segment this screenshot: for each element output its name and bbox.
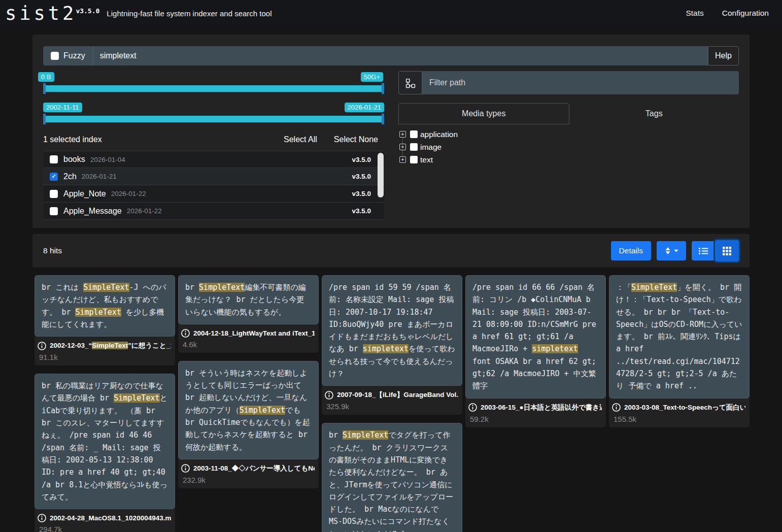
result-card[interactable]: br これは SimpleText-J へのパッチなんだけど、私もおすすめです。… — [35, 275, 175, 365]
result-card[interactable]: br そういう時はネスケを起動しようとしても同じエラーばっか出て br 起動しな… — [178, 361, 319, 488]
index-name: books — [63, 155, 85, 164]
result-content-preview[interactable]: br SimpleTextでタグを打って作ったんだ。 br クラリスワークスの書… — [322, 423, 462, 532]
fuzzy-toggle[interactable]: Fuzzy — [43, 46, 93, 65]
results-column: /pre span id 66 66 /span 名前: コリン /b ◆Col… — [465, 275, 606, 427]
result-card[interactable]: br SimpleText編集不可書類の編集だっけな？ br だとしたら今更いら… — [178, 275, 319, 353]
media-type-checkbox[interactable] — [410, 130, 418, 138]
index-list-scrollbar[interactable] — [378, 152, 384, 218]
app-logo[interactable]: sist2v3.5.0 — [5, 4, 100, 23]
result-card[interactable]: br 私の職業はリア厨なので仕事なんて最悪の場合 br SimpleTextとi… — [35, 374, 175, 532]
text-segment: 2004-12-18_LightWayText and iText_110333… — [193, 329, 315, 337]
result-size: 59.2k — [465, 413, 606, 427]
result-content-preview[interactable]: br そういう時はネスケを起動しようとしても同じエラーばっか出て br 起動しな… — [178, 361, 319, 459]
info-icon[interactable] — [38, 514, 46, 522]
index-row[interactable]: Apple_Note 2026-01-22 v3.5.0 — [43, 185, 384, 203]
size-slider-left-handle[interactable] — [43, 83, 46, 94]
help-button[interactable]: Help — [708, 46, 739, 65]
list-view-button[interactable] — [692, 241, 715, 260]
result-content-preview[interactable]: /pre span id 59 59 /span 名前: 名称未設定 Mail:… — [322, 275, 462, 386]
text-segment: 2002-12-03_“ — [50, 342, 92, 349]
result-filename[interactable]: 2003-11-08_◆◇パンサー導入してもNetscap... — [193, 464, 315, 473]
info-icon[interactable] — [612, 403, 621, 412]
result-filename[interactable]: 2003-03-08_Text-to-Speechって面白いです... — [624, 403, 745, 412]
grid-view-button[interactable] — [715, 240, 739, 261]
date-slider-left-handle[interactable] — [43, 114, 46, 124]
highlighted-term: SimpleText — [199, 283, 245, 292]
details-button[interactable]: Details — [611, 241, 651, 260]
nav-link-stats[interactable]: Stats — [686, 9, 703, 18]
text-segment: 」を開く。 br 開け！：「Text-to-Speech」で歌わせる。 br b… — [616, 283, 742, 390]
info-icon[interactable] — [468, 403, 477, 412]
index-checkbox[interactable] — [50, 207, 58, 215]
result-content-preview[interactable]: /pre span id 66 66 /span 名前: コリン /b ◆Col… — [465, 275, 606, 398]
media-type-label[interactable]: application — [420, 130, 458, 139]
media-type-checkbox[interactable] — [410, 143, 418, 151]
date-range-slider[interactable] — [43, 116, 384, 122]
result-card[interactable]: br SimpleTextでタグを打って作ったんだ。 br クラリスワークスの書… — [322, 423, 462, 532]
size-min-badge: 0 B — [38, 72, 54, 82]
result-card[interactable]: /pre span id 59 59 /span 名前: 名称未設定 Mail:… — [322, 275, 462, 415]
index-checkbox[interactable] — [50, 190, 58, 198]
media-type-checkbox[interactable] — [410, 156, 418, 163]
index-row[interactable]: Apple_Message 2026-01-22 v3.5.0 — [43, 203, 384, 220]
sort-button[interactable] — [657, 241, 686, 260]
result-title-row: 2003-03-08_Text-to-Speechって面白いです... — [609, 398, 750, 413]
result-filename[interactable]: 2004-12-18_LightWayText and iText_110333… — [193, 329, 315, 337]
results-column: /pre span id 59 59 /span 名前: 名称未設定 Mail:… — [322, 275, 462, 532]
path-tree-button[interactable] — [398, 71, 422, 94]
index-version: v3.5.0 — [352, 190, 371, 197]
index-row[interactable]: books 2026-01-04 v3.5.0 — [43, 151, 384, 168]
results-column: br これは SimpleText-J へのパッチなんだけど、私もおすすめです。… — [35, 275, 175, 532]
expand-plus-icon[interactable]: + — [399, 144, 406, 150]
fuzzy-checkbox[interactable] — [51, 52, 59, 60]
result-filename[interactable]: 2002-12-03_“SimpleText”に想うこと_10389... — [50, 341, 171, 350]
index-version: v3.5.0 — [352, 156, 371, 163]
result-filename[interactable]: 2002-04-28_MacOS8.1_1020004943.md — [50, 514, 171, 522]
scrollbar-thumb[interactable] — [378, 153, 384, 197]
index-date: 2026-01-21 — [82, 173, 117, 180]
media-type-row: + text — [399, 153, 739, 166]
index-row[interactable]: ✓ 2ch 2026-01-21 v3.5.0 — [43, 168, 384, 185]
result-content-preview[interactable]: br これは SimpleText-J へのパッチなんだけど、私もおすすめです。… — [35, 275, 175, 337]
select-all-button[interactable]: Select All — [284, 135, 317, 144]
result-card[interactable]: /pre span id 66 66 /span 名前: コリン /b ◆Col… — [465, 275, 606, 427]
media-type-label[interactable]: text — [420, 155, 433, 164]
info-icon[interactable] — [325, 391, 333, 400]
tab-tags[interactable]: Tags — [569, 103, 739, 124]
info-icon[interactable] — [38, 342, 46, 350]
text-segment: ”に想うこと_10389... — [128, 342, 171, 349]
nav-link-configuration[interactable]: Configuration — [722, 9, 769, 18]
expand-plus-icon[interactable]: + — [399, 156, 406, 163]
result-filename[interactable]: 2007-09-18_【iLife】GarageBand Vol.10 【... — [337, 390, 458, 400]
index-checkbox[interactable]: ✓ — [50, 173, 58, 181]
index-version: v3.5.0 — [352, 173, 371, 180]
size-range-slider[interactable] — [43, 85, 384, 92]
media-type-label[interactable]: image — [420, 143, 441, 152]
hits-count: 8 hits — [43, 246, 62, 255]
sort-arrows-icon — [664, 247, 671, 255]
highlighted-term: SimpleText — [343, 430, 388, 440]
result-card[interactable]: ：「SimpleText」を開く。 br 開け！：「Text-to-Speech… — [609, 275, 750, 427]
text-segment: 2007-09-18_【iLife】GarageBand Vol.10 【... — [337, 391, 458, 398]
results-column: br SimpleText編集不可書類の編集だっけな？ br だとしたら今更いら… — [178, 275, 319, 488]
media-type-row: + application — [399, 128, 739, 141]
result-content-preview[interactable]: br 私の職業はリア厨なので仕事なんて最悪の場合 br SimpleTextとi… — [35, 374, 175, 509]
filter-path-input[interactable] — [422, 71, 739, 94]
app-version: v3.5.0 — [76, 7, 99, 15]
select-none-button[interactable]: Select None — [334, 135, 378, 144]
info-icon[interactable] — [181, 329, 190, 338]
expand-plus-icon[interactable]: + — [399, 131, 406, 138]
result-filename[interactable]: 2003-06-15_●日本語と英語以外で書き込む... — [481, 403, 602, 412]
result-title-row: 2004-12-18_LightWayText and iText_110333… — [178, 324, 319, 339]
search-input[interactable] — [93, 46, 708, 65]
filter-tabs: Media types Tags — [398, 103, 739, 124]
result-content-preview[interactable]: ：「SimpleText」を開く。 br 開け！：「Text-to-Speech… — [609, 275, 750, 398]
date-slider-right-handle[interactable] — [382, 114, 384, 124]
tab-media-types[interactable]: Media types — [398, 103, 569, 124]
size-slider-right-handle[interactable] — [382, 83, 384, 94]
result-content-preview[interactable]: br SimpleText編集不可書類の編集だっけな？ br だとしたら今更いら… — [178, 275, 319, 324]
results-grid: br これは SimpleText-J へのパッチなんだけど、私もおすすめです。… — [35, 275, 750, 532]
index-checkbox[interactable] — [50, 155, 58, 163]
media-type-row: + image — [399, 141, 739, 153]
info-icon[interactable] — [181, 464, 190, 473]
